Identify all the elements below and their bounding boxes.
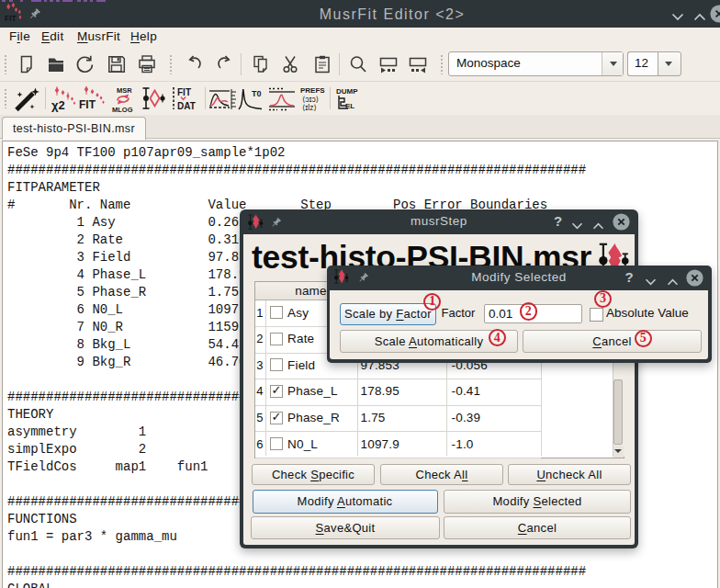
svg-text:DAT: DAT <box>177 101 196 111</box>
svg-text:FIT: FIT <box>5 14 17 23</box>
svg-text:MLOG: MLOG <box>112 106 133 113</box>
svg-text:FIT: FIT <box>79 98 96 111</box>
svg-text:EL: EL <box>345 102 354 110</box>
svg-text:PREFS: PREFS <box>300 86 325 95</box>
svg-text:T0: T0 <box>252 89 262 98</box>
svg-text:MSR: MSR <box>117 86 132 95</box>
svg-text:⟨ɪlz⟩: ⟨ɪlz⟩ <box>302 103 317 112</box>
svg-text:χ2: χ2 <box>51 98 65 112</box>
svg-text:FIT: FIT <box>177 87 191 97</box>
svg-text:DUMP: DUMP <box>336 87 358 96</box>
